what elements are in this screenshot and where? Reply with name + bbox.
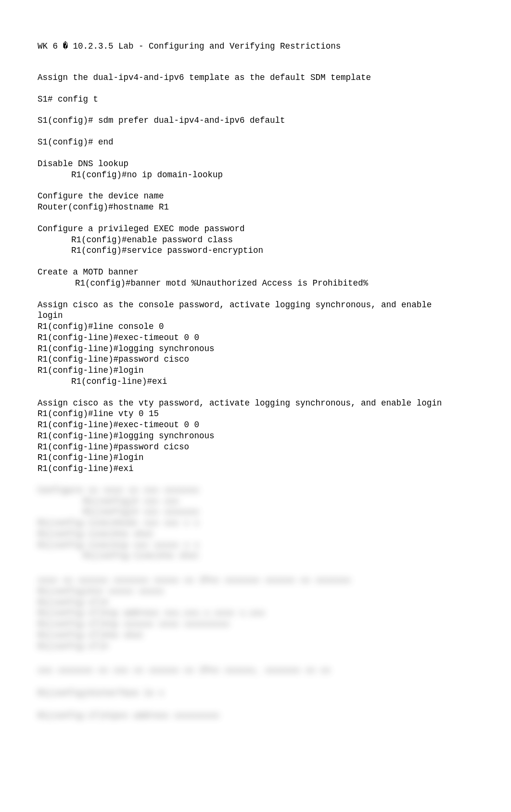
code-line: Router(config)#hostname R1: [38, 202, 473, 213]
section-dns-lookup: Disable DNS lookup R1(config)#no ip doma…: [38, 158, 473, 181]
code-line: S1(config)# end: [38, 137, 473, 148]
section-device-name: Configure the device name Router(config)…: [38, 191, 473, 213]
blurred-line: R1(config-if)#: [38, 597, 473, 608]
code-line: R1(config)#service password-encryption: [38, 245, 473, 256]
section-heading: Configure a privileged EXEC mode passwor…: [38, 223, 473, 235]
code-line: R1(config-line)#exec-timeout 0 0: [38, 332, 473, 343]
code-line: R1(config-line)#exi: [38, 376, 473, 387]
section-exec-password: Configure a privileged EXEC mode passwor…: [38, 223, 473, 256]
blurred-line: R1(config)# xxx xxxxxxx: [38, 507, 473, 518]
section-heading: Assign cisco as the console password, ac…: [38, 300, 473, 311]
section-heading: Configure the device name: [38, 191, 473, 202]
section-heading-cont: login: [38, 310, 473, 321]
section-heading: Disable DNS lookup: [38, 158, 473, 170]
blurred-line: R1(config-if)#: [38, 641, 473, 652]
code-line: R1(config-line)#exi: [38, 463, 473, 474]
blurred-line: xxxx xx xxxxxx xxxxxxx xxxxx xx IPvx xxx…: [38, 575, 473, 586]
code-line: R1(config-line)#login: [38, 452, 473, 463]
code-line: R1(config)#banner motd %Unauthorized Acc…: [38, 278, 473, 289]
code-line: S1# config t: [38, 94, 473, 105]
section-vty-password: Assign cisco as the vty password, activa…: [38, 398, 473, 474]
document-page: WK 6 � 10.2.3.5 Lab - Configuring and Ve…: [0, 0, 511, 721]
code-line: R1(config)#line vty 0 15: [38, 408, 473, 419]
blurred-line: R1(config-line)#no shut: [38, 529, 473, 540]
section-heading: Assign the dual-ipv4-and-ipv6 template a…: [38, 72, 473, 83]
blurred-line: R1(config-line)#no shut: [38, 550, 473, 562]
section-heading: Create a MOTD banner: [38, 267, 473, 278]
code-line: R1(config-line)#password cisco: [38, 354, 473, 365]
code-line: R1(config)#enable password class: [38, 235, 473, 246]
blurred-line: R1(config-line)#exec xxx xxx x x: [38, 518, 473, 529]
blurred-block: xxxx xx xxxxxx xxxxxxx xxxxx xx IPvx xxx…: [38, 575, 473, 652]
blurred-line: R1(config-if)#ip xxxxxx xxxx xxxxxxxxx: [38, 619, 473, 630]
code-line: R1(config)#line console 0: [38, 321, 473, 332]
code-line: R1(config-line)#password cicso: [38, 442, 473, 453]
section-console-password: Assign cisco as the console password, ac…: [38, 300, 473, 387]
blurred-line: R1(config-if)#ip address xxx.xxx.x.xxxx …: [38, 608, 473, 619]
blurred-line: R1(config-if)#ipvx address xxxxxxxxx: [38, 710, 473, 721]
blurred-preview-area: Configure xx xxxx xx xxx xxxxxxx R1(conf…: [38, 485, 473, 721]
section-heading: Assign cisco as the vty password, activa…: [38, 398, 473, 409]
blurred-line: R1(config)#interface lo x: [38, 688, 473, 699]
blurred-line: R1(config)#in xxxxx xxxxx: [38, 586, 473, 597]
code-line: R1(config-line)#logging synchronous: [38, 431, 473, 442]
code-line: R1(config-line)#exec-timeout 0 0: [38, 419, 473, 431]
code-line: R1(config-line)#logging synchronous: [38, 343, 473, 354]
section-sdm-template: Assign the dual-ipv4-and-ipv6 template a…: [38, 72, 473, 83]
code-line: S1(config)# sdm prefer dual-ipv4-and-ipv…: [38, 115, 473, 126]
blurred-line: xxx xxxxxxx xx xxx xx xxxxxx xx IPvx xxx…: [38, 665, 473, 676]
blurred-line: Configure xx xxxx xx xxx xxxxxxx: [38, 485, 473, 496]
blurred-line: R1(config)# xxx xxx: [38, 496, 473, 507]
section-motd-banner: Create a MOTD banner R1(config)#banner m…: [38, 267, 473, 289]
blurred-line: R1(config-line)#ip xxx xxxxx x x: [38, 540, 473, 551]
code-line: R1(config)#no ip domain-lookup: [38, 170, 473, 181]
blurred-block: Configure xx xxxx xx xxx xxxxxxx R1(conf…: [38, 485, 473, 562]
blurred-line: R1(config-if)#no shut: [38, 630, 473, 641]
code-line: R1(config-line)#login: [38, 365, 473, 376]
document-title: WK 6 � 10.2.3.5 Lab - Configuring and Ve…: [38, 41, 473, 52]
